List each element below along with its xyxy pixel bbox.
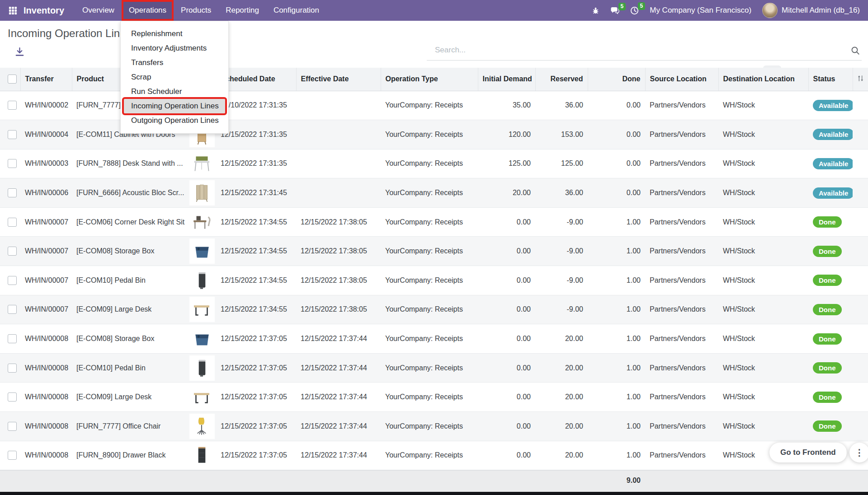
col-source-location[interactable]: Source Location — [645, 68, 718, 91]
cell-operation-type: YourCompany: Receipts — [381, 383, 478, 412]
table-row[interactable]: WH/IN/00007[E-COM06] Corner Desk Right S… — [0, 207, 868, 237]
cell-reserved: 153.00 — [535, 120, 588, 149]
cell-spacer — [853, 149, 868, 178]
status-badge: Available — [813, 158, 853, 169]
product-image — [189, 180, 215, 205]
col-effective-date[interactable]: Effective Date — [296, 68, 381, 91]
row-checkbox-cell — [0, 237, 20, 266]
col-initial-demand[interactable]: Initial Demand — [478, 68, 535, 91]
col-status[interactable]: Status — [808, 68, 853, 91]
app-brand[interactable]: Inventory — [24, 5, 64, 16]
row-checkbox[interactable] — [8, 364, 17, 373]
optional-columns-icon[interactable] — [857, 75, 864, 82]
cell-operation-type: YourCompany: Receipts — [381, 295, 478, 324]
cell-initial-demand: 20.00 — [478, 178, 535, 208]
table-row[interactable]: WH/IN/00008[FURN_8900] Drawer Black12/15… — [0, 441, 868, 470]
table-row[interactable]: WH/IN/00008[E-COM10] Pedal Bin12/15/2022… — [0, 353, 868, 383]
menu-item-scrap[interactable]: Scrap — [121, 70, 228, 84]
row-checkbox[interactable] — [8, 392, 17, 402]
row-checkbox[interactable] — [8, 305, 17, 314]
cell-status: Done — [808, 383, 853, 412]
header-checkbox-cell — [0, 68, 20, 91]
cell-transfer: WH/IN/00008 — [20, 383, 72, 412]
nav-item-overview[interactable]: Overview — [77, 2, 120, 19]
table-row[interactable]: WH/IN/00003[FURN_7888] Desk Stand with .… — [0, 149, 868, 178]
row-checkbox[interactable] — [8, 101, 17, 110]
operations-dropdown: Replenishment Inventory Adjustments Tran… — [120, 21, 229, 134]
status-badge: Done — [813, 392, 842, 403]
cell-product: [E-COM10] Pedal Bin — [72, 353, 188, 383]
cell-scheduled-date: 12/15/2022 17:34:55 — [216, 266, 296, 295]
bug-icon[interactable] — [592, 7, 599, 14]
go-to-frontend-button[interactable]: Go to Frontend — [769, 443, 847, 462]
search-icon[interactable] — [851, 46, 862, 58]
menu-item-replenishment[interactable]: Replenishment — [121, 27, 228, 41]
cell-operation-type: YourCompany: Receipts — [381, 412, 478, 441]
messages-icon[interactable]: 5 — [610, 7, 619, 14]
cell-done: 1.00 — [588, 412, 645, 441]
menu-item-transfers[interactable]: Transfers — [121, 56, 228, 70]
row-checkbox[interactable] — [8, 276, 17, 285]
select-all-checkbox[interactable] — [8, 75, 17, 84]
cell-effective-date — [296, 149, 381, 178]
menu-item-run-scheduler[interactable]: Run Scheduler — [121, 84, 228, 99]
menu-item-inventory-adjustments[interactable]: Inventory Adjustments — [121, 41, 228, 56]
table-row[interactable]: WH/IN/00008[E-COM09] Large Desk12/15/202… — [0, 383, 868, 412]
company-menu[interactable]: My Company (San Francisco) — [650, 6, 751, 15]
cell-scheduled-date: 12/15/2022 17:37:05 — [216, 412, 296, 441]
row-checkbox-cell — [0, 324, 20, 354]
apps-grid-icon[interactable] — [5, 2, 21, 19]
table-row[interactable]: WH/IN/00007[E-COM09] Large Desk12/15/202… — [0, 295, 868, 324]
avatar[interactable] — [762, 3, 778, 18]
cell-status: Done — [808, 266, 853, 295]
row-checkbox[interactable] — [8, 218, 17, 227]
table-row[interactable]: WH/IN/00007[E-COM08] Storage Box12/15/20… — [0, 237, 868, 266]
menu-item-incoming-operation-lines[interactable]: Incoming Operation Lines — [124, 99, 225, 113]
table-row[interactable]: WH/IN/00008[FURN_7777] Office Chair12/15… — [0, 412, 868, 441]
row-checkbox[interactable] — [8, 188, 17, 197]
cell-reserved: -9.00 — [535, 266, 588, 295]
row-checkbox[interactable] — [8, 334, 17, 343]
status-badge: Done — [813, 246, 842, 257]
col-operation-type[interactable]: Operation Type — [381, 68, 478, 91]
kebab-menu-icon[interactable]: ⋮ — [849, 443, 868, 462]
cell-source-location: Partners/Vendors — [645, 441, 718, 470]
messages-badge: 5 — [618, 3, 626, 10]
row-checkbox[interactable] — [8, 247, 17, 256]
cell-reserved: -9.00 — [535, 207, 588, 237]
activities-icon[interactable]: 5 — [630, 6, 639, 15]
table-row[interactable]: WH/IN/00007[E-COM10] Pedal Bin12/15/2022… — [0, 266, 868, 295]
nav-item-products[interactable]: Products — [175, 2, 217, 19]
cell-operation-type: YourCompany: Receipts — [381, 149, 478, 178]
row-checkbox[interactable] — [8, 130, 17, 139]
row-checkbox[interactable] — [8, 422, 17, 431]
search-input[interactable] — [427, 46, 851, 58]
user-menu[interactable]: Mitchell Admin (db_16) — [782, 6, 860, 15]
row-checkbox[interactable] — [8, 451, 17, 460]
cell-status: Done — [808, 207, 853, 237]
nav-item-reporting[interactable]: Reporting — [220, 2, 264, 19]
cell-destination-location: WH/Stock — [718, 324, 808, 354]
menu-item-outgoing-operation-lines[interactable]: Outgoing Operation Lines — [121, 113, 228, 128]
top-navbar: Inventory Overview Operations Products R… — [0, 0, 868, 21]
col-reserved[interactable]: Reserved — [535, 68, 588, 91]
cell-product: [FURN_6666] Acoustic Bloc Scr... — [72, 178, 188, 208]
row-checkbox[interactable] — [8, 159, 17, 168]
row-checkbox-cell — [0, 441, 20, 470]
cell-transfer: WH/IN/00008 — [20, 441, 72, 470]
col-done[interactable]: Done — [588, 68, 645, 91]
cell-initial-demand: 0.00 — [478, 412, 535, 441]
cell-source-location: Partners/Vendors — [645, 353, 718, 383]
nav-item-operations[interactable]: Operations — [123, 2, 172, 19]
table-row[interactable]: WH/IN/00006[FURN_6666] Acoustic Bloc Scr… — [0, 178, 868, 208]
nav-item-configuration[interactable]: Configuration — [268, 2, 325, 19]
cell-effective-date: 12/15/2022 17:38:05 — [296, 266, 381, 295]
cell-done: 1.00 — [588, 295, 645, 324]
cell-effective-date: 12/15/2022 17:37:44 — [296, 353, 381, 383]
export-download-icon[interactable] — [15, 47, 24, 58]
main-menu: Overview Operations Products Reporting C… — [77, 2, 325, 19]
col-destination-location[interactable]: Destination Location — [718, 68, 808, 91]
col-transfer[interactable]: Transfer — [20, 68, 72, 91]
table-row[interactable]: WH/IN/00008[E-COM08] Storage Box12/15/20… — [0, 324, 868, 354]
row-checkbox-cell — [0, 383, 20, 412]
